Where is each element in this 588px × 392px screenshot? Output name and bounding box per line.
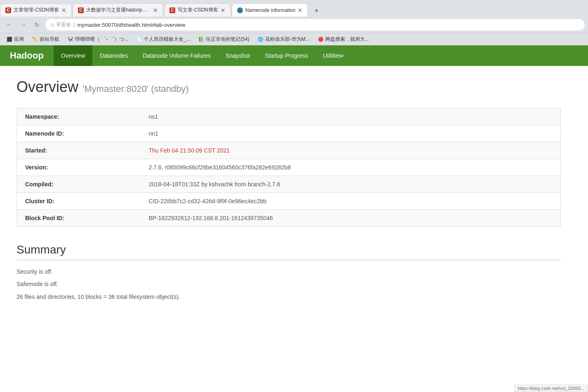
- tab-close-2[interactable]: ✕: [153, 7, 158, 14]
- browser-tab-3[interactable]: C 写文章-CSDN博客 ✕: [164, 3, 231, 16]
- info-table: Namespace: ns1 Namenode ID: nn1 Started:…: [16, 108, 561, 227]
- tab-favicon-4: 🌐: [237, 7, 243, 13]
- value-version: 2.7.6, r085099c66cf28be31604560c376fa282…: [141, 159, 561, 176]
- tab-title-3: 写文章-CSDN博客: [178, 7, 218, 14]
- bookmark-resume[interactable]: 📄 个人简历模板大全_...: [133, 35, 194, 44]
- table-row-cluster-id: Cluster ID: CID-228bb7c2-cd32-426d-9f9f-…: [17, 193, 561, 210]
- value-started: Thu Feb 04 21:50:09 CST 2021: [141, 142, 561, 159]
- value-cluster-id: CID-228bb7c2-cd32-426d-9f9f-0e96ec4ec2bb: [141, 193, 561, 210]
- security-icon: ⚠: [50, 22, 54, 28]
- bookmark-label-bili: 哔哩哔哩（ ゜- ゜）つ...: [75, 36, 128, 43]
- tab-title-2: 大数据学习之普通hadoop集群...: [86, 7, 151, 14]
- table-row-namespace: Namespace: ns1: [17, 108, 561, 125]
- nav-icon: ✏️: [32, 37, 38, 42]
- tab-favicon-2: C: [78, 7, 84, 13]
- page-title: Overview 'Mymaster:8020' (standby): [16, 78, 561, 96]
- label-namespace: Namespace:: [17, 108, 141, 125]
- tab-close-4[interactable]: ✕: [298, 7, 303, 14]
- reload-button[interactable]: ↻: [31, 19, 43, 31]
- value-compiled: 2018-04-18T01:33Z by kshvachk from branc…: [141, 176, 561, 193]
- bookmark-notes[interactable]: 📗 任正非传的笔记(54): [195, 35, 252, 44]
- tab-favicon-3: C: [169, 7, 175, 13]
- bookmark-label-huawei: 花粉俱乐部-华为M...: [265, 36, 310, 43]
- page-title-text: Overview: [16, 78, 78, 95]
- tab-title-4: Namenode information: [245, 7, 295, 13]
- bookmark-apps[interactable]: ⬛ 应用: [3, 35, 27, 44]
- table-row-compiled: Compiled: 2018-04-18T01:33Z by kshvachk …: [17, 176, 561, 193]
- label-block-pool-id: Block Pool ID:: [17, 210, 141, 227]
- bookmark-huawei[interactable]: 🌐 花粉俱乐部-华为M...: [254, 35, 313, 44]
- main-nav: Overview Datanodes Datanode Volume Failu…: [54, 45, 351, 66]
- value-namenode-id: nn1: [141, 125, 561, 142]
- nav-item-datanodes[interactable]: Datanodes: [92, 45, 135, 66]
- summary-line-1: Security is off.: [16, 267, 561, 276]
- bookmark-label-resume: 个人简历模板大全_...: [144, 36, 191, 43]
- table-row-version: Version: 2.7.6, r085099c66cf28be31604560…: [17, 159, 561, 176]
- bookmark-nav[interactable]: ✏️ 前站导航: [29, 35, 63, 44]
- summary-line-3: 26 files and directories, 10 blocks = 36…: [16, 292, 561, 301]
- bookmark-label-apps: 应用: [14, 36, 24, 43]
- tab-favicon-1: C: [5, 7, 11, 13]
- hadoop-brand: Hadoop: [0, 45, 54, 66]
- summary-line-2: Safemode is off.: [16, 279, 561, 289]
- label-cluster-id: Cluster ID:: [17, 193, 141, 210]
- overview-section: Overview 'Mymaster:8020' (standby) Names…: [16, 78, 561, 227]
- nav-item-datanode-volume-failures[interactable]: Datanode Volume Failures: [135, 45, 218, 66]
- table-row-block-pool-id: Block Pool ID: BP-1822932612-192.168.8.2…: [17, 210, 561, 227]
- apps-icon: ⬛: [7, 37, 12, 42]
- value-namespace: ns1: [141, 108, 561, 125]
- nav-item-snapshot[interactable]: Snapshot: [218, 45, 257, 66]
- table-row-namenode-id: Namenode ID: nn1: [17, 125, 561, 142]
- resume-icon: 📄: [136, 37, 142, 42]
- hadoop-nav: Hadoop Overview Datanodes Datanode Volum…: [0, 45, 588, 66]
- nav-item-startup-progress[interactable]: Startup Progress: [257, 45, 315, 66]
- address-text[interactable]: mymaster:50070/dfshealth.html#tab-overvi…: [77, 22, 185, 28]
- tab-close-1[interactable]: ✕: [61, 7, 66, 14]
- main-content: Overview 'Mymaster:8020' (standby) Names…: [0, 66, 577, 317]
- address-bar-row: ← → ↻ ⚠ 不安全 | mymaster:50070/dfshealth.h…: [0, 16, 588, 33]
- tab-close-3[interactable]: ✕: [221, 7, 226, 14]
- bookmark-label-nav: 前站导航: [40, 36, 59, 43]
- notes-icon: 📗: [198, 37, 204, 42]
- bookmarks-bar: ⬛ 应用 ✏️ 前站导航 🐼 哔哩哔哩（ ゜- ゜）つ... 📄 个人简历模板大…: [0, 33, 588, 45]
- forward-button[interactable]: →: [17, 19, 29, 31]
- label-namenode-id: Namenode ID:: [17, 125, 141, 142]
- label-version: Version:: [17, 159, 141, 176]
- summary-section: Summary Security is off. Safemode is off…: [16, 243, 561, 301]
- new-tab-button[interactable]: +: [310, 5, 322, 16]
- browser-tab-1[interactable]: C 文章管理-CSDN博客 ✕: [0, 3, 72, 16]
- nav-item-utilities[interactable]: Utilities: [315, 45, 351, 66]
- bookmark-label-wangpan: 网盘搜索，就用大...: [325, 36, 369, 43]
- security-label: 不安全: [56, 21, 71, 28]
- back-button[interactable]: ←: [3, 19, 15, 31]
- nav-item-overview[interactable]: Overview: [54, 45, 92, 66]
- bili-icon: 🐼: [68, 37, 73, 42]
- tab-title-1: 文章管理-CSDN博客: [14, 7, 59, 14]
- browser-chrome: C 文章管理-CSDN博客 ✕ C 大数据学习之普通hadoop集群... ✕ …: [0, 0, 588, 45]
- bookmark-wangpan[interactable]: 🔴 网盘搜索，就用大...: [315, 35, 372, 44]
- bookmark-bili[interactable]: 🐼 哔哩哔哩（ ゜- ゜）つ...: [64, 35, 132, 44]
- separator: |: [73, 22, 75, 28]
- table-row-started: Started: Thu Feb 04 21:50:09 CST 2021: [17, 142, 561, 159]
- wangpan-icon: 🔴: [318, 37, 324, 42]
- label-started: Started:: [17, 142, 141, 159]
- value-block-pool-id: BP-1822932612-192.168.8.201-161243973504…: [141, 210, 561, 227]
- browser-tab-2[interactable]: C 大数据学习之普通hadoop集群... ✕: [73, 3, 163, 16]
- page-subtitle: 'Mymaster:8020' (standby): [82, 84, 189, 94]
- summary-title: Summary: [16, 243, 561, 261]
- browser-tab-4[interactable]: 🌐 Namenode information ✕: [232, 3, 308, 16]
- bookmark-label-notes: 任正非传的笔记(54): [206, 36, 249, 43]
- huawei-icon: 🌐: [258, 37, 263, 42]
- tab-bar: C 文章管理-CSDN博客 ✕ C 大数据学习之普通hadoop集群... ✕ …: [0, 0, 588, 16]
- label-compiled: Compiled:: [17, 176, 141, 193]
